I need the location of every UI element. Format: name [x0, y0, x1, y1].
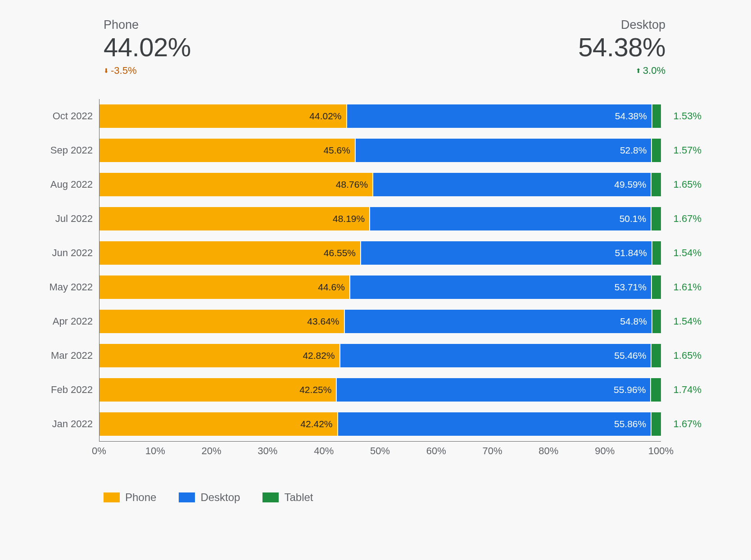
bar-track: 44.6%53.71% — [100, 275, 661, 299]
bar-seg-phone: 42.82% — [100, 344, 339, 367]
bar-seg-desktop: 54.38% — [347, 104, 651, 128]
row-label: Jun 2022 — [32, 247, 93, 259]
summary-metrics: Phone 44.02% ⬇ -3.5% Desktop 54.38% ⬆ 3.… — [18, 5, 733, 86]
x-tick: 70% — [483, 445, 502, 457]
bar-seg-phone: 45.6% — [100, 139, 355, 162]
tablet-value-label: 1.67% — [665, 418, 701, 430]
arrow-down-icon: ⬇ — [104, 68, 109, 74]
tablet-value-label: 1.53% — [665, 110, 701, 122]
x-tick: 0% — [92, 445, 106, 457]
bar-row: May 202244.6%53.71%1.61% — [100, 270, 661, 304]
tablet-value-label: 1.74% — [665, 384, 701, 396]
x-tick: 50% — [370, 445, 390, 457]
bar-seg-tablet — [652, 241, 661, 265]
row-label: Jul 2022 — [32, 213, 93, 225]
bar-seg-desktop: 55.86% — [338, 412, 651, 436]
bar-track: 44.02%54.38% — [100, 104, 661, 128]
x-axis: 0%10%20%30%40%50%60%70%80%90%100% — [99, 442, 661, 460]
bar-seg-phone: 48.76% — [100, 173, 372, 196]
legend-tablet-label: Tablet — [284, 491, 313, 504]
bar-seg-desktop: 49.59% — [373, 173, 651, 196]
bar-seg-desktop: 53.71% — [350, 275, 651, 299]
row-label: Apr 2022 — [32, 316, 93, 327]
bar-track: 42.25%55.96% — [100, 378, 661, 402]
metric-phone-value: 44.02% — [104, 32, 191, 62]
bar-seg-phone: 43.64% — [100, 310, 344, 333]
chart-rows: Oct 202244.02%54.38%1.53%Sep 202245.6%52… — [99, 99, 661, 442]
bar-track: 42.82%55.46% — [100, 344, 661, 367]
bar-seg-phone: 42.42% — [100, 412, 337, 436]
arrow-up-icon: ⬆ — [636, 68, 641, 74]
x-tick: 10% — [145, 445, 165, 457]
bar-track: 46.55%51.84% — [100, 241, 661, 265]
bar-row: Sep 202245.6%52.8%1.57% — [100, 133, 661, 167]
bar-seg-tablet — [651, 412, 661, 436]
bar-seg-tablet — [651, 378, 661, 402]
bar-row: Jun 202246.55%51.84%1.54% — [100, 236, 661, 270]
metric-desktop-delta: ⬆ 3.0% — [636, 65, 665, 77]
legend-desktop-label: Desktop — [200, 491, 240, 504]
tablet-value-label: 1.54% — [665, 247, 701, 259]
bar-seg-phone: 42.25% — [100, 378, 336, 402]
bar-seg-tablet — [651, 173, 661, 196]
metric-desktop-delta-value: 3.0% — [643, 65, 665, 77]
bar-seg-phone: 44.6% — [100, 275, 349, 299]
bar-track: 42.42%55.86% — [100, 412, 661, 436]
swatch-phone-icon — [104, 492, 120, 502]
bar-seg-desktop: 55.46% — [340, 344, 651, 367]
bar-seg-phone: 44.02% — [100, 104, 346, 128]
bar-seg-desktop: 54.8% — [345, 310, 651, 333]
swatch-desktop-icon — [179, 492, 195, 502]
bar-track: 48.76%49.59% — [100, 173, 661, 196]
bar-track: 45.6%52.8% — [100, 139, 661, 162]
row-label: Aug 2022 — [32, 179, 93, 190]
metric-desktop-title: Desktop — [621, 18, 665, 32]
bar-seg-tablet — [651, 207, 661, 230]
tablet-value-label: 1.67% — [665, 213, 701, 225]
legend-phone-label: Phone — [125, 491, 156, 504]
bar-seg-desktop: 52.8% — [356, 139, 651, 162]
x-tick: 90% — [595, 445, 615, 457]
x-tick: 40% — [314, 445, 334, 457]
legend-desktop: Desktop — [179, 491, 240, 504]
x-tick: 80% — [538, 445, 558, 457]
legend: Phone Desktop Tablet — [18, 491, 733, 504]
legend-phone: Phone — [104, 491, 156, 504]
bar-seg-tablet — [652, 104, 661, 128]
x-tick: 30% — [258, 445, 277, 457]
row-label: Mar 2022 — [32, 350, 93, 361]
bar-seg-desktop: 50.1% — [370, 207, 651, 230]
bar-seg-tablet — [652, 275, 661, 299]
bar-row: Jan 202242.42%55.86%1.67% — [100, 407, 661, 441]
bar-seg-tablet — [651, 344, 661, 367]
x-tick: 20% — [202, 445, 222, 457]
x-tick: 100% — [648, 445, 674, 457]
bar-seg-desktop: 55.96% — [337, 378, 650, 402]
metric-phone-delta: ⬇ -3.5% — [104, 65, 191, 77]
bar-seg-tablet — [652, 310, 661, 333]
bar-row: Aug 202248.76%49.59%1.65% — [100, 167, 661, 202]
bar-seg-tablet — [652, 139, 661, 162]
row-label: May 2022 — [32, 281, 93, 293]
bar-row: Feb 202242.25%55.96%1.74% — [100, 373, 661, 407]
tablet-value-label: 1.57% — [665, 145, 701, 156]
bar-row: Oct 202244.02%54.38%1.53% — [100, 99, 661, 133]
bar-row: Apr 202243.64%54.8%1.54% — [100, 304, 661, 339]
bar-row: Jul 202248.19%50.1%1.67% — [100, 202, 661, 236]
metric-desktop-value: 54.38% — [578, 32, 665, 62]
bar-seg-phone: 48.19% — [100, 207, 369, 230]
row-label: Jan 2022 — [32, 418, 93, 430]
metric-phone-title: Phone — [104, 18, 191, 32]
bar-row: Mar 202242.82%55.46%1.65% — [100, 339, 661, 373]
metric-phone: Phone 44.02% ⬇ -3.5% — [104, 18, 191, 77]
stacked-bar-chart: Oct 202244.02%54.38%1.53%Sep 202245.6%52… — [18, 86, 733, 460]
legend-tablet: Tablet — [262, 491, 313, 504]
bar-seg-desktop: 51.84% — [361, 241, 651, 265]
bar-track: 48.19%50.1% — [100, 207, 661, 230]
tablet-value-label: 1.65% — [665, 179, 701, 190]
bar-seg-phone: 46.55% — [100, 241, 360, 265]
tablet-value-label: 1.65% — [665, 350, 701, 361]
metric-desktop: Desktop 54.38% ⬆ 3.0% — [578, 18, 665, 77]
row-label: Sep 2022 — [32, 145, 93, 156]
row-label: Oct 2022 — [32, 110, 93, 122]
